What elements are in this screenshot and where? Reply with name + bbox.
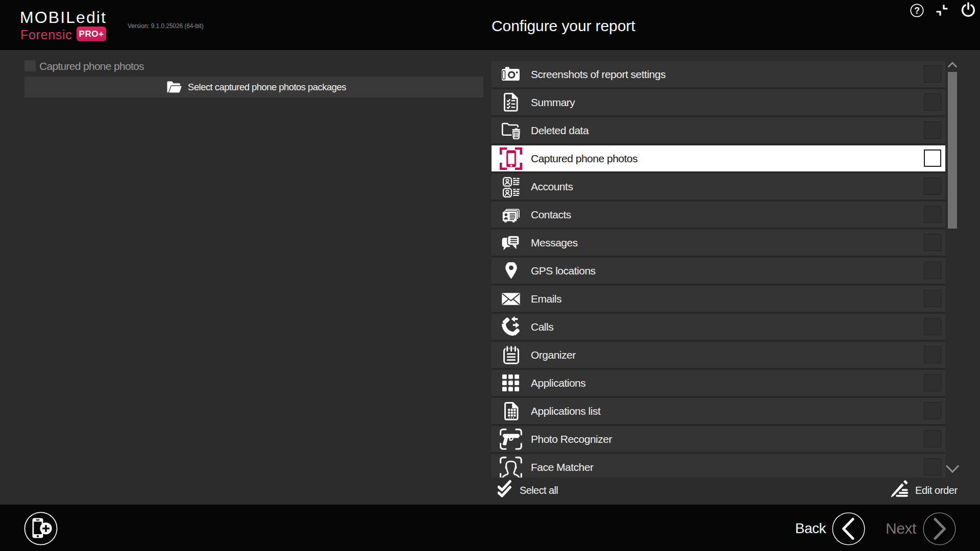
svg-text:?: ? [914, 6, 920, 16]
